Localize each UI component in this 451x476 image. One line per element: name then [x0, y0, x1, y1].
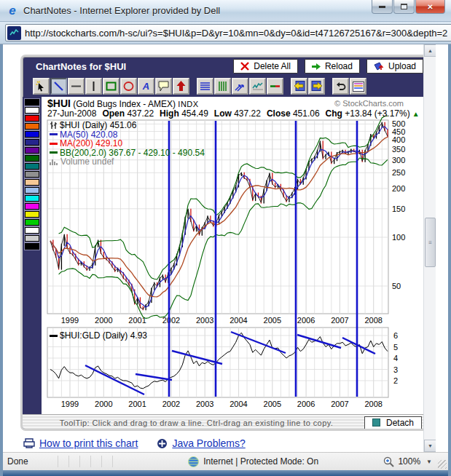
tool-select[interactable]	[33, 78, 50, 95]
ratio-legend: $HUI:GLD (Daily) 4.93	[50, 330, 147, 341]
svg-text:300: 300	[392, 156, 405, 164]
url-box[interactable]: http://stockcharts.com/h-sc/ui?s=$HUI&p=…	[5, 24, 451, 41]
tool-callout[interactable]	[155, 78, 172, 95]
title-bar[interactable]: e ChartNotes - Internet Explorer provide…	[0, 0, 451, 22]
tool-arrow-up[interactable]	[173, 78, 189, 95]
tool-color-palette[interactable]	[350, 78, 366, 95]
palette-swatch[interactable]	[25, 107, 39, 114]
delete-all-button[interactable]: Delete All	[233, 59, 298, 74]
scrollbar-thumb[interactable]: ≡	[425, 218, 436, 267]
tooltip-bar: ToolTip: Click and drag to draw a line. …	[23, 414, 428, 430]
tool-nav-forward[interactable]	[308, 78, 325, 95]
palette-swatch[interactable]	[25, 155, 39, 162]
chart-area[interactable]: 5004504003503002502001501005065432199919…	[42, 97, 425, 414]
minimize-button[interactable]	[372, 0, 393, 14]
svg-text:400: 400	[392, 135, 405, 144]
tool-nav-back[interactable]	[291, 78, 307, 95]
palette-swatch[interactable]	[25, 163, 39, 170]
palette-swatch[interactable]	[25, 179, 39, 186]
legend-dash-icon	[50, 151, 58, 154]
red-x-icon	[240, 62, 249, 71]
delete-all-label: Delete All	[254, 61, 291, 71]
palette-swatch[interactable]	[25, 187, 39, 194]
resize-grip[interactable]	[438, 460, 447, 469]
tool-vertical-lines[interactable]	[214, 78, 231, 95]
palette-swatch[interactable]	[25, 131, 39, 138]
scroll-down-icon[interactable]: ▼	[424, 440, 436, 452]
svg-text:350: 350	[392, 145, 405, 154]
palette-swatch[interactable]	[25, 219, 39, 226]
tool-text[interactable]: A	[138, 78, 154, 95]
zoom-level: 100%	[398, 456, 420, 467]
low-value: 437.22	[234, 108, 261, 119]
palette-swatch[interactable]	[25, 123, 39, 130]
zoom-magnifier-icon	[383, 456, 395, 467]
svg-text:2007: 2007	[331, 400, 348, 408]
scroll-up-icon[interactable]: ▲	[424, 44, 436, 57]
tool-zigzag[interactable]	[249, 78, 266, 95]
legend-text: MA(200) 429.10	[60, 139, 122, 148]
up-triangle-icon: ▲	[412, 110, 420, 118]
tool-vertical-line[interactable]	[85, 78, 102, 95]
detach-button[interactable]: Detach	[364, 416, 422, 429]
status-bar: Done Internet | Protected Mode: On 100% …	[3, 452, 448, 470]
palette-swatch[interactable]	[25, 227, 39, 234]
palette-swatch[interactable]	[25, 211, 39, 218]
chart-title: $HUI (Gold Bugs Index - AMEX) INDX	[47, 98, 199, 109]
palette-swatch[interactable]	[25, 147, 39, 154]
url-text[interactable]: http://stockcharts.com/h-sc/ui?s=$HUI&p=…	[25, 28, 447, 39]
chg-value: +13.84 (+3.17%)	[345, 108, 409, 119]
url-dropdown-icon[interactable]: ▼	[447, 25, 451, 40]
open-value: 437.22	[127, 108, 154, 119]
quote-date: 27-Jun-2008	[47, 108, 96, 119]
java-problems-link[interactable]: Java Problems?	[172, 437, 245, 449]
tool-trendline[interactable]	[50, 78, 67, 95]
reload-button[interactable]: Reload	[305, 59, 360, 74]
svg-text:6: 6	[393, 331, 398, 340]
volume-bars-icon	[50, 158, 58, 165]
tool-support-resistance[interactable]	[267, 78, 283, 95]
low-label: Low	[214, 108, 232, 119]
tool-horizontal-lines[interactable]	[197, 78, 213, 95]
svg-text:2006: 2006	[297, 316, 315, 325]
zoom-dropdown-icon[interactable]: ▼	[426, 459, 432, 465]
ie-logo-icon: e	[6, 4, 19, 17]
palette-swatch[interactable]	[25, 139, 39, 146]
copyright: © StockCharts.com	[334, 99, 404, 108]
svg-text:2008: 2008	[364, 316, 382, 325]
palette-swatch[interactable]	[25, 243, 39, 250]
svg-text:50: 50	[392, 282, 401, 290]
drawing-toolbar: A	[23, 76, 428, 97]
close-button[interactable]: ✕	[415, 0, 445, 14]
tool-diagonal-arrows[interactable]	[232, 78, 248, 95]
tool-undo[interactable]	[332, 78, 349, 95]
palette-swatch[interactable]	[25, 195, 39, 202]
status-zone: Internet | Protected Mode: On	[123, 456, 383, 467]
tool-rectangle[interactable]	[103, 78, 119, 95]
zoom-control[interactable]: 100% ▼	[383, 456, 432, 467]
tool-horizontal-line[interactable]	[68, 78, 85, 95]
maximize-button[interactable]	[393, 0, 415, 14]
svg-text:2003: 2003	[196, 400, 213, 408]
chart-symbol: $HUI	[47, 98, 71, 109]
palette-swatch[interactable]	[25, 115, 39, 122]
high-value: 454.49	[181, 108, 208, 119]
upload-button[interactable]: Upload	[366, 59, 423, 74]
svg-text:2006: 2006	[297, 400, 315, 408]
window-frame: ChartNotes for $HUI Delete All Reload	[0, 44, 451, 476]
address-bar: http://stockcharts.com/h-sc/ui?s=$HUI&p=…	[0, 22, 451, 44]
palette-swatch[interactable]	[25, 203, 39, 210]
tool-ellipse[interactable]	[120, 78, 137, 95]
detach-label: Detach	[386, 418, 414, 428]
palette-swatch[interactable]	[25, 171, 39, 178]
print-chart-link[interactable]: How to print this chart	[39, 437, 138, 449]
page-content: ChartNotes for $HUI Delete All Reload	[3, 44, 436, 452]
ratio-legend-dash-icon	[50, 335, 58, 337]
page-scrollbar[interactable]: ▲ ≡ ▼	[423, 44, 436, 452]
svg-text:5: 5	[393, 343, 398, 352]
svg-text:4: 4	[393, 354, 398, 362]
palette-swatch[interactable]	[25, 235, 39, 242]
chart-symbol-name: (Gold Bugs Index - AMEX)	[73, 99, 176, 109]
palette-swatch[interactable]	[25, 99, 39, 106]
svg-text:2001: 2001	[128, 400, 146, 408]
